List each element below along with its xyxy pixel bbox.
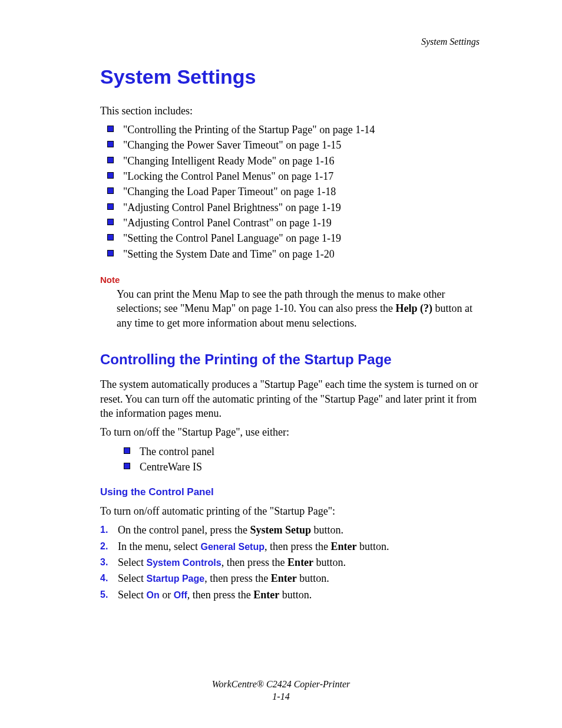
menu-option: On [146,590,159,600]
link-text: "Adjusting Control Panel Brightness" on … [123,200,341,215]
link-text: "Locking the Control Panel Menus" on pag… [123,169,333,183]
page-footer: WorkCentre® C2424 Copier-Printer 1-14 [0,678,562,703]
list-item: "Adjusting Control Panel Brightness" on … [100,200,485,215]
step-text: Select System Controls, then press the E… [118,555,346,569]
step-number: 4. [100,572,118,585]
menu-option: Off [174,590,187,600]
running-head: System Settings [421,35,480,48]
link-text: "Changing the Load Paper Timeout" on pag… [123,185,336,199]
heading-controlling-startup: Controlling the Printing of the Startup … [100,350,485,369]
bold-text: System Setup [250,524,311,536]
step-number: 5. [100,588,118,601]
list-item: "Adjusting Control Panel Contrast" on pa… [100,216,485,230]
text: Select [118,589,146,601]
square-bullet-icon [107,187,114,194]
menu-option: General Setup [200,542,264,552]
step-text: Select On or Off, then press the Enter b… [118,588,312,602]
text: , then press the [222,556,287,568]
text: On the control panel, press the [118,524,250,536]
square-bullet-icon [107,172,114,179]
step-item: 3. Select System Controls, then press th… [100,555,485,569]
square-bullet-icon [124,447,130,454]
step-text: Select Startup Page, then press the Ente… [118,571,329,585]
list-item: "Setting the System Date and Time" on pa… [100,247,485,261]
step-item: 2. In the menu, select General Setup, th… [100,539,485,554]
step-text: In the menu, select General Setup, then … [118,539,389,554]
text: button. [311,524,343,536]
text: button. [297,572,329,584]
page: System Settings System Settings This sec… [0,0,562,728]
text: Select [118,572,146,584]
text: or [160,589,174,601]
step-item: 5. Select On or Off, then press the Ente… [100,588,485,602]
note-bold: Help (?) [396,302,433,314]
link-text: "Controlling the Printing of the Startup… [123,123,375,137]
step-item: 1. On the control panel, press the Syste… [100,523,485,537]
step-text: On the control panel, press the System S… [118,523,343,537]
footer-page-number: 1-14 [0,690,562,703]
intro-paragraph: This section includes: [100,104,485,118]
text: button. [356,541,389,552]
list-item: "Changing the Load Paper Timeout" on pag… [100,185,485,199]
list-item: "Locking the Control Panel Menus" on pag… [100,169,485,183]
menu-option: Startup Page [146,574,204,584]
menu-option: System Controls [146,558,221,568]
list-item: "Controlling the Printing of the Startup… [100,123,485,137]
square-bullet-icon [107,219,114,225]
square-bullet-icon [107,203,114,210]
square-bullet-icon [107,141,114,147]
list-item: "Changing the Power Saver Timeout" on pa… [100,138,485,152]
text: In the menu, select [118,541,200,552]
bold-text: Enter [330,541,356,552]
text: , then press the [204,572,270,584]
heading-using-control-panel: Using the Control Panel [100,486,485,499]
note-body: You can print the Menu Map to see the pa… [117,287,485,330]
link-text: "Changing Intelligent Ready Mode" on pag… [123,154,335,168]
steps-list: 1. On the control panel, press the Syste… [100,523,485,601]
link-text: "Changing the Power Saver Timeout" on pa… [123,138,341,152]
link-text: "Setting the Control Panel Language" on … [123,231,341,245]
paragraph: The system automatically produces a "Sta… [100,377,485,420]
link-text: "Setting the System Date and Time" on pa… [123,247,335,261]
step-item: 4. Select Startup Page, then press the E… [100,571,485,585]
step-number: 3. [100,556,118,569]
note-label: Note [100,274,485,286]
option-text: CentreWare IS [140,460,202,474]
step-number: 2. [100,540,118,553]
step-number: 1. [100,523,118,536]
text: button. [313,556,346,568]
square-bullet-icon [124,463,130,469]
section-links-list: "Controlling the Printing of the Startup… [100,123,485,261]
square-bullet-icon [107,234,114,241]
list-item: CentreWare IS [117,460,485,474]
footer-product: WorkCentre® C2424 Copier-Printer [212,679,351,689]
text: , then press the [265,541,330,552]
list-item: "Setting the Control Panel Language" on … [100,231,485,245]
paragraph: To turn on/off the "Startup Page", use e… [100,425,485,439]
text: , then press the [187,589,253,601]
bold-text: Enter [287,556,313,568]
list-item: "Changing Intelligent Ready Mode" on pag… [100,154,485,168]
bold-text: Enter [253,589,279,601]
square-bullet-icon [107,157,114,163]
square-bullet-icon [107,126,114,132]
text: button. [279,589,312,601]
use-options-list: The control panel CentreWare IS [117,444,485,475]
square-bullet-icon [107,250,114,256]
text: Select [118,556,146,568]
heading-system-settings: System Settings [100,64,485,91]
link-text: "Adjusting Control Panel Contrast" on pa… [123,216,332,230]
option-text: The control panel [140,444,214,459]
list-item: The control panel [117,444,485,459]
bold-text: Enter [271,572,297,584]
paragraph: To turn on/off automatic printing of the… [100,504,485,518]
